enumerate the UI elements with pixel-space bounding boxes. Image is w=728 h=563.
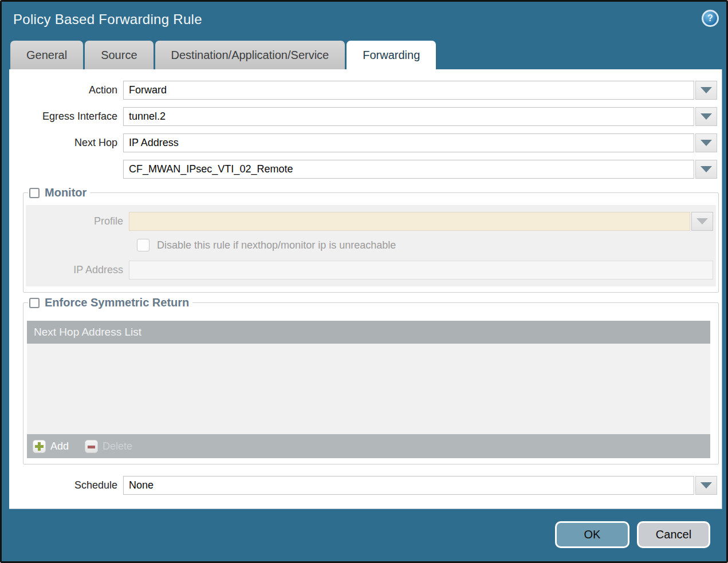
profile-row: Profile <box>26 212 713 231</box>
next-hop-address-row <box>9 160 717 179</box>
enforce-symmetric-return-checkbox[interactable] <box>29 298 40 308</box>
cancel-button[interactable]: Cancel <box>637 521 710 548</box>
next-hop-address-list-table: Next Hop Address List Add Delete <box>27 321 710 458</box>
chevron-down-icon <box>701 113 712 120</box>
minus-icon <box>85 440 98 453</box>
tab-source[interactable]: Source <box>85 41 153 69</box>
next-hop-row: Next Hop <box>9 133 717 152</box>
next-hop-address-list-body[interactable] <box>27 344 710 434</box>
disable-rule-row: Disable this rule if nexthop/monitor ip … <box>137 239 716 251</box>
next-hop-address-dropdown-button[interactable] <box>695 160 717 179</box>
delete-button-label: Delete <box>103 440 132 452</box>
chevron-down-icon <box>701 166 712 172</box>
monitor-legend-label: Monitor <box>45 186 86 199</box>
action-row: Action <box>9 81 717 100</box>
action-dropdown-button[interactable] <box>695 81 717 100</box>
monitor-ip-address-label: IP Address <box>26 264 129 276</box>
dialog-footer: OK Cancel <box>555 521 710 548</box>
monitor-ip-address-input <box>129 261 713 279</box>
disable-rule-checkbox <box>137 239 149 251</box>
action-input[interactable] <box>123 81 694 100</box>
next-hop-type-dropdown-button[interactable] <box>695 133 717 152</box>
next-hop-label: Next Hop <box>9 137 123 149</box>
plus-icon <box>33 440 46 453</box>
schedule-dropdown-button[interactable] <box>695 476 717 495</box>
enforce-symmetric-return-legend: Enforce Symmetric Return <box>28 296 192 309</box>
tab-bar: General Source Destination/Application/S… <box>10 41 436 69</box>
profile-input <box>129 212 690 231</box>
profile-dropdown-button <box>691 212 713 231</box>
tab-destination-application-service[interactable]: Destination/Application/Service <box>155 41 345 69</box>
forwarding-tab-panel: Action Egress Interface Next Hop <box>9 69 722 509</box>
tab-forwarding[interactable]: Forwarding <box>347 41 436 70</box>
enforce-symmetric-return-legend-label: Enforce Symmetric Return <box>45 296 189 309</box>
chevron-down-icon <box>701 482 712 489</box>
ok-button[interactable]: OK <box>555 521 629 548</box>
next-hop-address-list-header: Next Hop Address List <box>27 321 710 344</box>
policy-based-forwarding-rule-dialog: Policy Based Forwarding Rule ? General S… <box>0 0 728 563</box>
add-button-label: Add <box>50 440 69 452</box>
add-button[interactable]: Add <box>33 440 69 453</box>
monitor-section: Monitor Profile Disable this rule if nex… <box>23 186 719 293</box>
chevron-down-icon <box>701 140 712 146</box>
next-hop-address-input[interactable] <box>123 160 694 179</box>
help-icon[interactable]: ? <box>702 10 719 27</box>
disable-rule-label: Disable this rule if nexthop/monitor ip … <box>157 239 396 251</box>
monitor-checkbox[interactable] <box>29 188 40 198</box>
delete-button: Delete <box>85 440 132 453</box>
dialog-title: Policy Based Forwarding Rule <box>13 11 202 27</box>
schedule-input[interactable] <box>123 476 694 495</box>
egress-interface-dropdown-button[interactable] <box>695 107 717 126</box>
schedule-row: Schedule <box>9 476 717 495</box>
next-hop-type-input[interactable] <box>123 133 694 152</box>
chevron-down-icon <box>701 87 712 93</box>
egress-interface-row: Egress Interface <box>9 107 717 126</box>
chevron-down-icon <box>696 218 708 225</box>
egress-interface-label: Egress Interface <box>9 111 123 123</box>
monitor-legend: Monitor <box>28 186 90 199</box>
monitor-ip-address-row: IP Address <box>26 261 713 279</box>
schedule-label: Schedule <box>9 479 123 491</box>
egress-interface-input[interactable] <box>123 107 694 126</box>
tab-general[interactable]: General <box>10 41 83 69</box>
monitor-panel: Profile Disable this rule if nexthop/mon… <box>26 205 716 286</box>
next-hop-address-list-toolbar: Add Delete <box>27 434 710 458</box>
action-label: Action <box>9 84 123 96</box>
profile-label: Profile <box>26 215 129 227</box>
enforce-symmetric-return-section: Enforce Symmetric Return Next Hop Addres… <box>23 296 719 464</box>
